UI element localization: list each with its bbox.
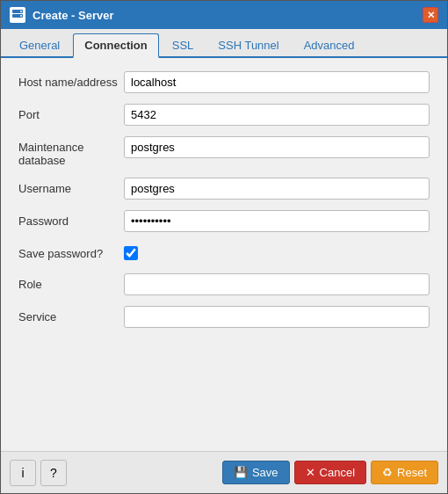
role-row: Role [18, 273, 430, 295]
server-icon [10, 7, 25, 23]
footer-right: 💾 Save ✕ Cancel ♻ Reset [222, 461, 438, 484]
svg-point-3 [20, 15, 22, 17]
host-field [124, 71, 430, 93]
service-row: Service [18, 306, 430, 328]
username-row: Username [18, 178, 430, 200]
save-password-label: Save password? [18, 243, 124, 260]
maintenance-db-input[interactable] [124, 136, 430, 158]
tab-bar: General Connection SSL SSH Tunnel Advanc… [1, 29, 447, 58]
tab-connection[interactable]: Connection [73, 33, 159, 58]
host-row: Host name/address [18, 71, 430, 93]
host-label: Host name/address [18, 71, 124, 89]
service-input[interactable] [124, 306, 430, 328]
save-button[interactable]: 💾 Save [222, 461, 290, 484]
info-button[interactable]: i [10, 460, 36, 486]
reset-icon: ♻ [382, 466, 393, 479]
tab-ssh-tunnel[interactable]: SSH Tunnel [206, 33, 290, 56]
password-row: Password [18, 210, 430, 232]
save-password-checkbox[interactable] [124, 246, 138, 260]
host-input[interactable] [124, 71, 430, 93]
title-bar: Create - Server ✕ [1, 1, 447, 29]
create-server-dialog: Create - Server ✕ General Connection SSL… [0, 0, 448, 494]
tab-general[interactable]: General [8, 33, 71, 56]
footer-left: i ? [10, 460, 67, 486]
tab-advanced[interactable]: Advanced [293, 33, 366, 56]
form-content: Host name/address Port Maintenance datab… [1, 58, 447, 451]
window-title: Create - Server [33, 9, 114, 22]
footer: i ? 💾 Save ✕ Cancel ♻ Reset [1, 451, 447, 493]
username-label: Username [18, 178, 124, 195]
title-bar-left: Create - Server [10, 7, 114, 23]
port-label: Port [18, 104, 124, 121]
password-field [124, 210, 430, 232]
role-input[interactable] [124, 273, 430, 295]
help-button[interactable]: ? [40, 460, 67, 486]
cancel-button[interactable]: ✕ Cancel [294, 461, 366, 484]
port-field [124, 104, 430, 126]
cancel-icon: ✕ [306, 466, 315, 479]
username-input[interactable] [124, 178, 430, 200]
close-button[interactable]: ✕ [423, 7, 438, 23]
save-icon: 💾 [234, 466, 248, 479]
password-label: Password [18, 210, 124, 228]
port-input[interactable] [124, 104, 430, 126]
save-password-field [124, 243, 430, 263]
password-input[interactable] [124, 210, 430, 232]
service-label: Service [18, 306, 124, 323]
username-field [124, 178, 430, 200]
maintenance-db-field [124, 136, 430, 158]
port-row: Port [18, 104, 430, 126]
tab-ssl[interactable]: SSL [161, 33, 206, 56]
maintenance-db-row: Maintenance database [18, 136, 430, 167]
role-label: Role [18, 273, 124, 291]
svg-point-2 [20, 11, 22, 12]
role-field [124, 273, 430, 295]
reset-button[interactable]: ♻ Reset [371, 461, 438, 484]
maintenance-db-label: Maintenance database [18, 136, 124, 167]
service-field [124, 306, 430, 328]
save-password-row: Save password? [18, 243, 430, 263]
